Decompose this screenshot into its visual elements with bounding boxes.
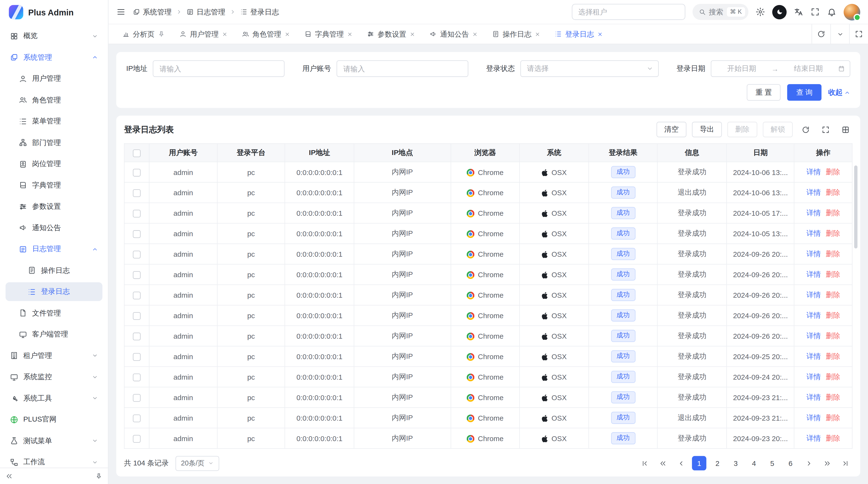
tab-analysis[interactable]: 分析页 (115, 24, 172, 44)
row-checkbox[interactable] (133, 189, 141, 197)
detail-link[interactable]: 详情 (806, 311, 821, 319)
sidebar-item-file-management[interactable]: 文件管理 (5, 303, 102, 322)
detail-link[interactable]: 详情 (806, 270, 821, 278)
user-account-input[interactable] (337, 60, 468, 77)
sidebar-item-login-log[interactable]: 登录日志 (5, 282, 102, 301)
detail-link[interactable]: 详情 (806, 229, 821, 237)
row-checkbox[interactable] (133, 291, 141, 299)
row-checkbox[interactable] (133, 210, 141, 218)
tab-role-management[interactable]: 角色管理 (235, 24, 297, 44)
sidebar-item-param-settings[interactable]: 参数设置 (5, 197, 102, 216)
sidebar-item-department-management[interactable]: 部门管理 (5, 133, 102, 152)
column-settings-button[interactable] (838, 122, 852, 137)
pin-icon[interactable] (158, 30, 165, 38)
search-button[interactable]: 查 询 (787, 84, 822, 101)
next-5-pages-button[interactable] (820, 456, 834, 471)
detail-link[interactable]: 详情 (806, 209, 821, 217)
tab-login-log[interactable]: 登录日志 (548, 24, 610, 44)
global-search-button[interactable]: 搜索 ⌘ K (692, 4, 748, 20)
ip-address-input[interactable] (153, 60, 284, 77)
detail-link[interactable]: 详情 (806, 188, 821, 196)
row-checkbox[interactable] (133, 394, 141, 401)
detail-link[interactable]: 详情 (806, 352, 821, 360)
sidebar-item-client-management[interactable]: 客户端管理 (5, 325, 102, 344)
close-icon[interactable] (472, 31, 478, 37)
hamburger-menu-icon[interactable] (116, 7, 126, 17)
tabs-dropdown-button[interactable] (830, 24, 849, 44)
tenant-select-input[interactable] (572, 4, 685, 20)
sidebar-item-role-management[interactable]: 角色管理 (5, 90, 102, 109)
sidebar-item-dict-management[interactable]: 字典管理 (5, 176, 102, 195)
page-button-1[interactable]: 1 (692, 456, 707, 471)
row-checkbox[interactable] (133, 435, 141, 443)
delete-link[interactable]: 删除 (826, 188, 840, 196)
delete-link[interactable]: 删除 (826, 413, 840, 422)
row-checkbox[interactable] (133, 414, 141, 422)
sidebar-item-post-management[interactable]: 岗位管理 (5, 155, 102, 173)
tabs-fullscreen-button[interactable] (849, 24, 868, 44)
delete-link[interactable]: 删除 (826, 331, 840, 340)
row-checkbox[interactable] (133, 374, 141, 381)
delete-link[interactable]: 删除 (826, 373, 840, 381)
breadcrumb-item-log-management[interactable]: 日志管理 (187, 7, 225, 17)
settings-gear-icon[interactable] (756, 7, 765, 17)
dark-mode-toggle[interactable] (772, 5, 787, 19)
export-button[interactable]: 导出 (692, 122, 722, 137)
sidebar-item-log-management[interactable]: 日志管理 (5, 239, 102, 258)
delete-link[interactable]: 删除 (826, 393, 840, 401)
collapse-filter-link[interactable]: 收起 (828, 88, 850, 97)
delete-link[interactable]: 删除 (826, 352, 840, 360)
select-all-checkbox[interactable] (133, 149, 141, 157)
delete-link[interactable]: 删除 (826, 270, 840, 278)
close-icon[interactable] (284, 31, 290, 37)
tab-notice[interactable]: 通知公告 (423, 24, 485, 44)
delete-link[interactable]: 删除 (826, 229, 840, 237)
detail-link[interactable]: 详情 (806, 434, 821, 442)
page-button-3[interactable]: 3 (728, 456, 743, 471)
page-button-5[interactable]: 5 (765, 456, 779, 471)
sidebar-collapse-button[interactable] (5, 473, 13, 480)
row-checkbox[interactable] (133, 230, 141, 238)
tab-dict-management[interactable]: 字典管理 (297, 24, 360, 44)
detail-link[interactable]: 详情 (806, 393, 821, 401)
sidebar-item-overview[interactable]: 概览 (5, 27, 102, 45)
detail-link[interactable]: 详情 (806, 290, 821, 299)
fullscreen-icon[interactable] (810, 7, 820, 17)
close-icon[interactable] (535, 31, 540, 37)
page-button-2[interactable]: 2 (710, 456, 725, 471)
row-checkbox[interactable] (133, 251, 141, 258)
close-icon[interactable] (347, 31, 353, 37)
page-size-select[interactable]: 20条/页 (176, 456, 219, 471)
detail-link[interactable]: 详情 (806, 413, 821, 422)
delete-link[interactable]: 删除 (826, 168, 840, 176)
last-page-button[interactable] (838, 456, 852, 471)
sidebar-item-workflow[interactable]: 工作流 (5, 453, 102, 467)
detail-link[interactable]: 详情 (806, 250, 821, 258)
close-icon[interactable] (222, 31, 227, 37)
reset-button[interactable]: 重 置 (747, 84, 781, 101)
sidebar-pin-icon[interactable] (95, 473, 102, 480)
sidebar-item-tenant-management[interactable]: 租户管理 (5, 346, 102, 365)
unlock-button[interactable]: 解锁 (763, 122, 793, 137)
row-checkbox[interactable] (133, 353, 141, 361)
delete-button[interactable]: 删除 (727, 122, 757, 137)
delete-link[interactable]: 删除 (826, 209, 840, 217)
delete-link[interactable]: 删除 (826, 250, 840, 258)
next-page-button[interactable] (802, 456, 816, 471)
login-date-range-picker[interactable]: 开始日期 → 结束日期 (711, 60, 850, 77)
prev-5-pages-button[interactable] (655, 456, 670, 471)
breadcrumb-item-system[interactable]: 系统管理 (133, 7, 172, 17)
sidebar-item-user-management[interactable]: 用户管理 (5, 69, 102, 88)
detail-link[interactable]: 详情 (806, 331, 821, 340)
row-checkbox[interactable] (133, 169, 141, 176)
sidebar-item-operation-log[interactable]: 操作日志 (5, 261, 102, 280)
sidebar-item-menu-management[interactable]: 菜单管理 (5, 112, 102, 131)
detail-link[interactable]: 详情 (806, 168, 821, 176)
tab-operation-log[interactable]: 操作日志 (485, 24, 547, 44)
table-scrollbar[interactable] (854, 165, 858, 248)
sidebar-item-system-management[interactable]: 系统管理 (5, 48, 102, 67)
delete-link[interactable]: 删除 (826, 290, 840, 299)
page-button-4[interactable]: 4 (747, 456, 761, 471)
page-button-6[interactable]: 6 (783, 456, 798, 471)
sidebar-item-system-monitor[interactable]: 系统监控 (5, 367, 102, 386)
